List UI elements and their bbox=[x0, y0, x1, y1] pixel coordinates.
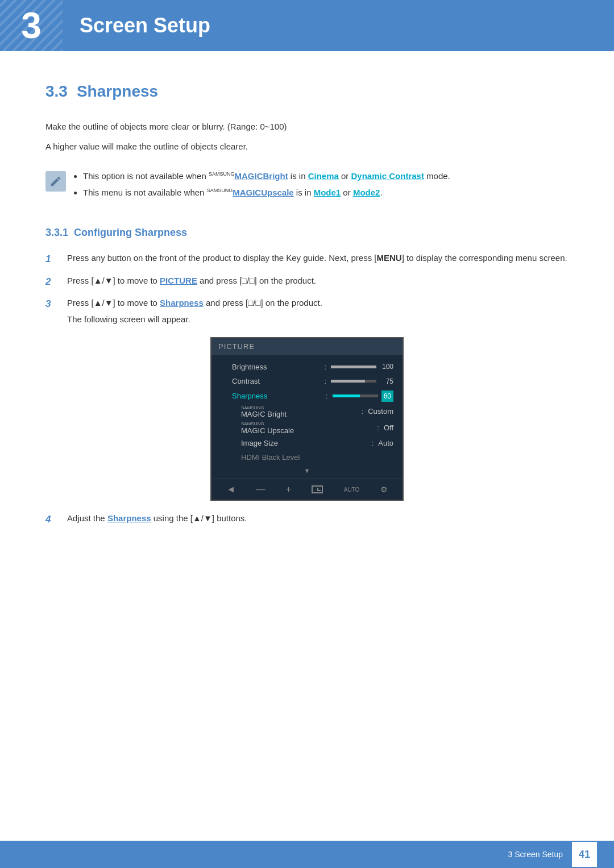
chapter-number: 3 bbox=[21, 7, 42, 44]
section-heading: 3.3 Sharpness bbox=[45, 80, 569, 103]
sharpness-fill bbox=[333, 394, 360, 397]
subsection-heading: 3.3.1 Configuring Sharpness bbox=[45, 225, 569, 240]
screen-container: PICTURE Brightness : 100 Contrast bbox=[45, 337, 569, 501]
note-icon bbox=[45, 171, 66, 192]
brightness-bar: 100 bbox=[331, 362, 393, 372]
contrast-track bbox=[331, 380, 376, 383]
contrast-bar: 75 bbox=[331, 376, 393, 387]
step-4: 4 Adjust the Sharpness using the [▲/▼] b… bbox=[45, 512, 569, 527]
brightness-label: Brightness bbox=[232, 362, 320, 373]
menu-row-magic-bright: SAMSUNG MAGIC Bright : Custom bbox=[211, 404, 403, 420]
description-1: Make the outline of objects more clear o… bbox=[45, 121, 569, 134]
step-4-text: Adjust the Sharpness using the [▲/▼] but… bbox=[67, 512, 569, 525]
step-3: 3 Press [▲/▼] to move to Sharpness and p… bbox=[45, 297, 569, 326]
image-size-label: Image Size bbox=[241, 438, 367, 449]
nav-plus-icon: + bbox=[286, 483, 291, 496]
note-item-1: This option is not available when SAMSUN… bbox=[83, 170, 450, 183]
contrast-fill bbox=[331, 380, 365, 383]
pencil-icon bbox=[49, 175, 62, 188]
step-3-text: Press [▲/▼] to move to Sharpness and pre… bbox=[67, 298, 322, 308]
chapter-title: Screen Setup bbox=[63, 10, 210, 41]
menu-row-image-size: Image Size : Auto bbox=[211, 436, 403, 451]
step-3-sub: The following screen will appear. bbox=[67, 313, 569, 326]
footer-section-label: 3 Screen Setup bbox=[508, 849, 563, 861]
sharpness-label: Sharpness bbox=[232, 391, 321, 402]
image-size-value: Auto bbox=[378, 438, 393, 449]
menu-row-hdmi: HDMI Black Level bbox=[211, 450, 403, 465]
menu-row-brightness: Brightness : 100 bbox=[211, 360, 403, 375]
note-item-2: This menu is not available when SAMSUNGM… bbox=[83, 186, 450, 200]
main-content: 3.3 Sharpness Make the outline of object… bbox=[0, 51, 614, 592]
step-3-num: 3 bbox=[45, 297, 58, 312]
page-header: 3 Screen Setup bbox=[0, 0, 614, 51]
nav-enter-icon bbox=[312, 485, 323, 493]
step-2-text: Press [▲/▼] to move to PICTURE and press… bbox=[67, 275, 569, 288]
chapter-number-block: 3 bbox=[0, 0, 63, 51]
magic-upscale-value: Off bbox=[384, 422, 393, 434]
brightness-value: 100 bbox=[380, 362, 393, 372]
menu-row-magic-upscale: SAMSUNG MAGIC Upscale : Off bbox=[211, 420, 403, 436]
nav-left-icon: ◄ bbox=[226, 483, 235, 496]
sharpness-value: 60 bbox=[381, 391, 393, 402]
screen-title-bar: PICTURE bbox=[211, 338, 403, 355]
magic-bright-label: SAMSUNG MAGIC Bright bbox=[241, 405, 357, 418]
sharpness-track bbox=[333, 394, 378, 397]
footer-page-number: 41 bbox=[572, 842, 597, 867]
note-box: This option is not available when SAMSUN… bbox=[45, 164, 569, 208]
steps-list: 1 Press any button on the front of the p… bbox=[45, 252, 569, 326]
subsection-title: Configuring Sharpness bbox=[74, 227, 187, 238]
page-footer: 3 Screen Setup 41 bbox=[0, 841, 614, 868]
menu-row-contrast: Contrast : 75 bbox=[211, 374, 403, 389]
scroll-indicator: ▼ bbox=[211, 465, 403, 477]
brightness-fill bbox=[331, 366, 376, 368]
screen-menu: Brightness : 100 Contrast : bbox=[211, 355, 403, 479]
step-1: 1 Press any button on the front of the p… bbox=[45, 252, 569, 267]
menu-row-sharpness: Sharpness : 60 bbox=[211, 389, 403, 404]
hdmi-label: HDMI Black Level bbox=[241, 452, 393, 463]
note-list: This option is not available when SAMSUN… bbox=[74, 170, 450, 202]
nav-minus-icon: — bbox=[256, 483, 265, 496]
nav-auto-text: AUTO bbox=[344, 485, 360, 494]
nav-settings-icon: ⚙ bbox=[380, 484, 388, 496]
contrast-value: 75 bbox=[380, 376, 393, 387]
screen-image: PICTURE Brightness : 100 Contrast bbox=[210, 337, 404, 501]
brightness-track bbox=[331, 366, 376, 368]
section-number: 3.3 bbox=[45, 80, 68, 103]
step-1-num: 1 bbox=[45, 252, 58, 267]
screen-bottom-bar: ◄ — + AUTO ⚙ bbox=[211, 479, 403, 500]
step-4-container: 4 Adjust the Sharpness using the [▲/▼] b… bbox=[45, 512, 569, 527]
section-title: Sharpness bbox=[77, 80, 158, 103]
sharpness-bar: 60 bbox=[333, 391, 393, 402]
step-2-num: 2 bbox=[45, 275, 58, 289]
contrast-label: Contrast bbox=[232, 376, 320, 387]
step-4-num: 4 bbox=[45, 512, 58, 527]
step-2: 2 Press [▲/▼] to move to PICTURE and pre… bbox=[45, 275, 569, 289]
magic-upscale-label: SAMSUNG MAGIC Upscale bbox=[241, 421, 372, 434]
description-2: A higher value will make the outline of … bbox=[45, 140, 569, 153]
subsection-number: 3.3.1 bbox=[45, 227, 68, 238]
magic-bright-value: Custom bbox=[368, 406, 393, 417]
step-1-text: Press any button on the front of the pro… bbox=[67, 252, 569, 265]
